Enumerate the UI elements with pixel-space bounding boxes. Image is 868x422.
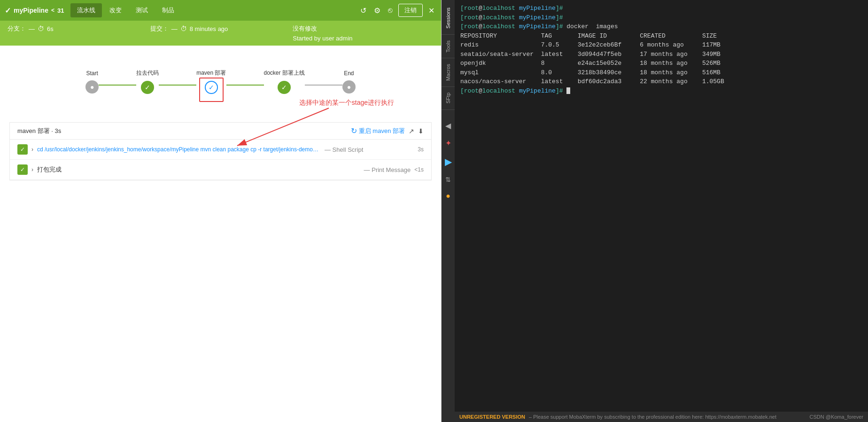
pipeline-content: Start ● 拉去代码 ✓ maven 部署 ✓ [0,46,441,422]
sidebar-divider-2 [442,58,455,58]
stage-end-circle: ● [342,80,356,94]
nav-tabs: 流水线 改变 测试 制品 [70,3,356,17]
stages-wrapper: Start ● 拉去代码 ✓ maven 部署 ✓ [9,69,432,150]
tab-pipeline[interactable]: 流水线 [70,3,102,17]
terminal-layout: Sessions Tools Macros SFtp ◀ ✦ ▶ ⇅ ● [ro… [442,0,868,422]
sidebar-send-icon[interactable]: ▶ [445,156,452,167]
line-4 [305,85,342,86]
sidebar-divider-1 [442,34,455,35]
step-row-1[interactable]: ✓ › 打包完成 — Print Message <1s [10,160,431,180]
terminal-content[interactable]: [root@localhost myPipeline]# [root@local… [455,0,868,412]
terminal-bottom-bar: UNREGISTERED VERSION – Please support Mo… [455,412,868,422]
stage-pull-circle: ✓ [141,81,154,94]
pipeline-stages: Start ● 拉去代码 ✓ maven 部署 ✓ [9,69,432,94]
top-nav: ✓ myPipeline < 31 流水线 改变 测试 制品 ↺ ⚙ ⎋ 注销 … [0,0,441,21]
step-1-time: <1s [414,166,424,173]
stage-end-label: End [344,70,354,77]
sidebar-back-icon[interactable]: ◀ [445,121,451,130]
stage-pull-code[interactable]: 拉去代码 ✓ [136,69,159,94]
chevron-icon: < [51,7,54,14]
started-by-label: Started by user admin [293,35,352,42]
duration-value: 6s [47,25,54,32]
pipeline-title: myPipeline [14,7,48,14]
branch-label: 分支： [8,24,26,33]
sidebar-divider-4 [442,109,455,110]
sidebar-tools2-icon[interactable]: ✦ [445,139,451,148]
svg-line-1 [237,108,329,146]
stage-start-label: Start [86,70,98,77]
stage-maven-label: maven 部署 [196,69,226,77]
line-2 [159,85,196,86]
sidebar-sftp2-icon[interactable]: ⇅ [445,176,451,183]
line-1 [99,85,136,86]
tab-changes[interactable]: 改变 [103,3,128,17]
annotation-text: 选择中途的某一个stage进行执行 [299,99,394,107]
no-change-label: 没有修改 [293,24,317,33]
exit-icon[interactable]: ⎋ [386,4,395,16]
refresh-icon[interactable]: ↺ [358,4,368,17]
nav-icons: ↺ ⚙ ⎋ 注销 ✕ [358,4,436,17]
stage-start-circle: ● [85,80,99,94]
step-1-type: — Print Message [364,166,411,173]
stage-start-dot: ● [90,83,94,91]
sidebar-tab-macros[interactable]: Macros [443,60,453,85]
commit-value: — [171,25,178,32]
branch-value: — [29,25,35,32]
terminal-main[interactable]: [root@localhost myPipeline]# [root@local… [455,0,868,422]
commit-info: 提交： — ⏱ 8 minutes ago [150,24,291,33]
stage-start: Start ● [85,70,99,94]
step-1-name: 打包完成 [37,165,358,174]
terminal-sidebar: Sessions Tools Macros SFtp ◀ ✦ ▶ ⇅ ● [442,0,455,422]
sidebar-status-icon: ● [446,192,450,200]
age-icon: ⏱ [180,25,187,32]
check-icon: ✓ [5,6,11,15]
tab-tests[interactable]: 测试 [129,3,155,17]
stage-pull-label: 拉去代码 [136,69,159,77]
unregistered-label: UNREGISTERED VERSION [459,414,525,420]
stage-docker-label: docker 部署上线 [264,69,305,77]
sidebar-icon-group: ◀ ✦ ▶ ⇅ ● [445,121,452,200]
duration-icon: ⏱ [38,25,44,32]
step-1-status: ✓ [17,164,28,175]
started-by-display: Started by user admin [293,35,434,42]
stage-maven[interactable]: maven 部署 ✓ [196,69,226,94]
commit-label: 提交： [150,24,169,33]
status-info: 没有修改 [293,24,434,33]
sidebar-tab-tools[interactable]: Tools [443,37,453,56]
info-bar: 分支： — ⏱ 6s 提交： — ⏱ 8 minutes ago 没有修改 St… [0,21,441,46]
build-number: 31 [57,7,64,14]
register-button[interactable]: 注销 [398,4,423,17]
sidebar-tab-sessions[interactable]: Sessions [443,4,453,32]
step-1-expand[interactable]: › [31,166,33,173]
nav-brand: ✓ myPipeline < 31 [5,6,64,15]
age-value: 8 minutes ago [190,25,228,32]
bottom-bar-text: – Please support MobaXterm by subscribin… [529,414,776,420]
right-panel: Sessions Tools Macros SFtp ◀ ✦ ▶ ⇅ ● [ro… [442,0,868,422]
annotation-area: 选择中途的某一个stage进行执行 [9,94,432,150]
sidebar-tab-sftp[interactable]: SFtp [443,89,453,107]
stage-docker-circle: ✓ [278,81,291,94]
close-icon[interactable]: ✕ [426,4,436,17]
bottom-bar-right: CSDN @Koma_forever [810,414,863,420]
branch-info: 分支： — ⏱ 6s [8,24,148,33]
line-3 [226,85,264,86]
stage-docker[interactable]: docker 部署上线 ✓ [264,69,305,94]
stage-maven-circle: ✓ [205,81,218,94]
stage-end: End ● [342,70,356,94]
sidebar-divider-3 [442,86,455,87]
left-panel: ✓ myPipeline < 31 流水线 改变 测试 制品 ↺ ⚙ ⎋ 注销 … [0,0,442,422]
tab-artifacts[interactable]: 制品 [155,3,181,17]
settings-icon[interactable]: ⚙ [372,4,382,17]
